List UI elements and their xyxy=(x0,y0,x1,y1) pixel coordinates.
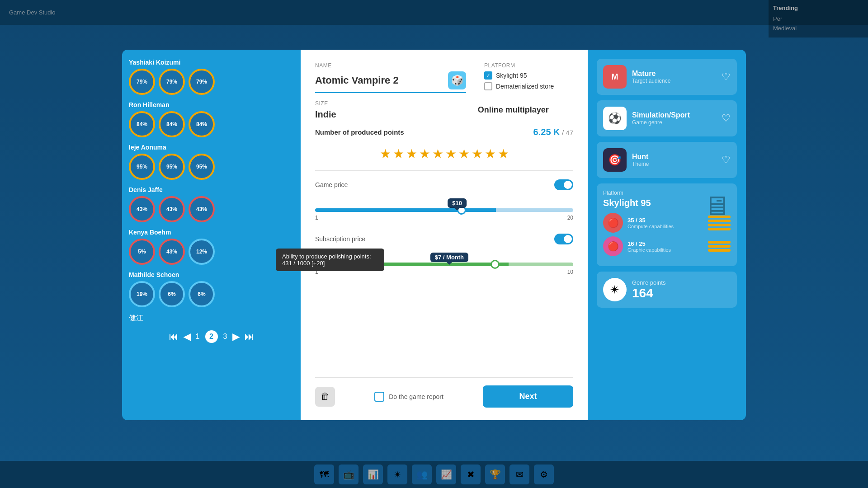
delete-button[interactable]: 🗑 xyxy=(315,387,335,407)
chinese-name: 健江 xyxy=(129,314,294,323)
star-8: ★ xyxy=(472,146,483,161)
points-row: Number of produced points 6.25 K / 47 xyxy=(315,127,573,137)
stat-circle[interactable]: 43% xyxy=(129,196,155,222)
platform-section: ✓ Skylight 95 Dematerialized store xyxy=(484,71,575,90)
genre-points-label: Genre points xyxy=(632,279,665,286)
game-genre-subtitle: Game genre xyxy=(632,119,716,126)
stat-circle[interactable]: 43% xyxy=(159,196,185,222)
info-panel: M Mature Target audience ♡ ⚽ Simulation/… xyxy=(588,50,746,420)
stat-circle[interactable]: 84% xyxy=(129,111,155,137)
genre-points-info: Genre points 164 xyxy=(632,279,665,300)
points-value: 6.25 K xyxy=(533,127,560,137)
hunt-icon: 🎯 xyxy=(603,148,627,172)
star-10: ★ xyxy=(498,146,509,161)
mature-title: Mature xyxy=(632,70,716,78)
subscription-price-toggle[interactable] xyxy=(554,234,573,244)
stat-circle[interactable]: 12% xyxy=(189,239,215,265)
star-5: ★ xyxy=(432,146,443,161)
pagination-page-2[interactable]: 2 xyxy=(205,330,218,343)
stat-circle[interactable]: 84% xyxy=(189,111,215,137)
platform-label: Platform xyxy=(484,62,575,69)
staff-name-6: Mathilde Schoen xyxy=(129,271,294,278)
size-online-row: Size Indie Online multiplayer xyxy=(315,100,573,120)
cap-bar-4 xyxy=(708,228,731,230)
stat-circle[interactable]: 5% xyxy=(129,239,155,265)
stars-row: ★ ★ ★ ★ ★ ★ ★ ★ ★ ★ xyxy=(315,146,573,161)
subscription-price-thumb[interactable] xyxy=(491,260,500,269)
platform-field: Platform ✓ Skylight 95 Dematerialized st… xyxy=(484,62,575,93)
star-7: ★ xyxy=(458,146,470,161)
mature-heart-icon[interactable]: ♡ xyxy=(722,71,731,83)
stat-circle[interactable]: 79% xyxy=(159,69,185,95)
compute-cap-sub: Compute capabilities xyxy=(627,224,703,229)
staff-circles-5: 5% 43% 12% xyxy=(129,239,294,265)
game-price-max: 20 xyxy=(567,215,573,221)
platform-dmat-checkbox[interactable] xyxy=(484,82,492,90)
stat-circle[interactable]: 95% xyxy=(129,154,155,180)
stat-circle[interactable]: 43% xyxy=(189,196,215,222)
pagination-page-3[interactable]: 3 xyxy=(223,333,227,341)
staff-member-3: Ieje Aonuma 95% 95% 95% xyxy=(129,144,294,180)
platform-skylight-label: Skylight 95 xyxy=(496,72,527,79)
game-price-section: Game price $10 1 20 xyxy=(315,179,573,225)
pagination-page-1[interactable]: 1 xyxy=(196,333,200,341)
graphic-bar-2 xyxy=(708,245,731,248)
staff-name-1: Yashiaki Koizumi xyxy=(129,59,294,66)
subscription-price-header: Subscription price xyxy=(315,234,573,244)
stat-circle[interactable]: 19% xyxy=(129,281,155,307)
game-genre-title: Simulation/Sport xyxy=(632,111,716,119)
size-value: Indie xyxy=(315,109,435,120)
theme-heart-icon[interactable]: ♡ xyxy=(722,154,731,166)
pagination-first[interactable]: ⏮ xyxy=(169,332,178,342)
tooltip-text: Ability to produce polishing points:431 … xyxy=(282,253,378,267)
game-price-label: Game price xyxy=(315,181,348,188)
graphic-bar-3 xyxy=(708,249,731,252)
cap-bar-3 xyxy=(708,224,731,226)
graphic-bar-1 xyxy=(708,241,731,244)
stat-circle[interactable]: 79% xyxy=(189,69,215,95)
name-platform-row: Name 🎲 Platform ✓ Skylight 95 xyxy=(315,62,573,93)
game-name-input[interactable] xyxy=(315,75,443,86)
pagination-prev[interactable]: ◀ xyxy=(184,331,190,342)
stat-circle[interactable]: 6% xyxy=(159,281,185,307)
pagination-last[interactable]: ⏭ xyxy=(245,332,254,342)
staff-pagination: ⏮ ◀ 1 2 3 ▶ ⏭ xyxy=(129,330,294,343)
next-button[interactable]: Next xyxy=(483,385,573,408)
stat-circle[interactable]: 43% xyxy=(159,239,185,265)
mature-info: Mature Target audience xyxy=(632,70,716,84)
subscription-price-value: $7 / Month xyxy=(430,253,468,262)
stat-circle[interactable]: 84% xyxy=(159,111,185,137)
star-3: ★ xyxy=(406,146,417,161)
report-checkbox[interactable] xyxy=(374,392,384,402)
compute-cap-icon: 🔴 xyxy=(603,213,623,233)
theme-subtitle: Theme xyxy=(632,161,716,167)
stat-circle[interactable]: 79% xyxy=(129,69,155,95)
points-label: Number of produced points xyxy=(315,128,404,136)
staff-member-1: Yashiaki Koizumi 79% 79% 79% xyxy=(129,59,294,95)
platform-dmat-label: Dematerialized store xyxy=(496,83,554,90)
random-name-button[interactable]: 🎲 xyxy=(448,71,466,89)
staff-circles-3: 95% 95% 95% xyxy=(129,154,294,180)
game-price-toggle[interactable] xyxy=(554,179,573,190)
compute-cap-value: 35 / 35 xyxy=(627,217,703,224)
graphic-cap-section: 🔴 16 / 25 Graphic capabilities xyxy=(603,236,731,256)
game-price-track[interactable]: $10 xyxy=(315,208,573,212)
mature-icon: M xyxy=(603,65,627,89)
game-price-header: Game price xyxy=(315,179,573,190)
online-multiplayer-label: Online multiplayer xyxy=(453,105,574,115)
subscription-price-max: 10 xyxy=(567,269,573,275)
platform-skylight-row: ✓ Skylight 95 xyxy=(484,71,575,80)
stat-circle[interactable]: 6% xyxy=(189,281,215,307)
platform-skylight-checkbox[interactable]: ✓ xyxy=(484,71,492,80)
game-price-min: 1 xyxy=(315,215,318,221)
game-price-labels: 1 20 xyxy=(315,215,573,221)
genre-heart-icon[interactable]: ♡ xyxy=(722,113,731,124)
stat-circle[interactable]: 95% xyxy=(189,154,215,180)
graphic-cap-sub: Graphic capabilities xyxy=(627,247,703,253)
stat-circle[interactable]: 95% xyxy=(159,154,185,180)
name-input-row: 🎲 xyxy=(315,71,466,93)
graphic-cap-value: 16 / 25 xyxy=(627,240,703,247)
computer-illustration: 🖥 xyxy=(703,190,730,221)
staff-member-4: Denis Jaffe 43% 43% 43% xyxy=(129,186,294,222)
pagination-next[interactable]: ▶ xyxy=(232,331,239,342)
